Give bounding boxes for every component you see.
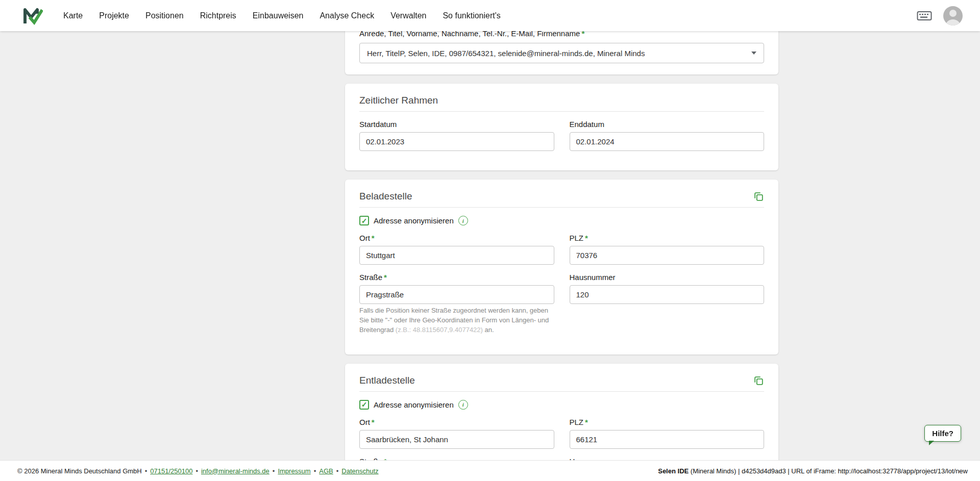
entladestelle-card-title: Entladestelle (359, 375, 415, 386)
timeframe-card: Zeitlicher Rahmen Startdatum Enddatum (345, 84, 778, 170)
nav-item-positionen[interactable]: Positionen (145, 11, 184, 20)
page-background: Anrede, Titel, Vorname, Nachname, Tel.-N… (0, 31, 980, 460)
plz-label: PLZ* (570, 418, 765, 426)
nav-item-so-funktionierts[interactable]: So funktioniert's (443, 11, 500, 20)
startdatum-input[interactable] (359, 132, 554, 151)
footer-session-info: Selen IDE (Mineral Minds) | d4253d4d9ad3… (658, 467, 968, 475)
required-mark: * (384, 273, 387, 282)
nav-item-einbauweisen[interactable]: Einbauweisen (253, 11, 304, 20)
footer-email-link[interactable]: info@mineral-minds.de (201, 467, 270, 475)
ort-field-group: Ort* (359, 418, 554, 449)
hausnummer-label: Hausnummer (570, 273, 765, 282)
strasse-helper-text: Falls die Position keiner Straße zugeord… (359, 306, 554, 335)
nav-item-projekte[interactable]: Projekte (99, 11, 129, 20)
footer-separator: • (314, 467, 316, 475)
ort-label-text: Ort (359, 234, 370, 242)
contact-label-text: Anrede, Titel, Vorname, Nachname, Tel.-N… (359, 31, 580, 38)
plz-field-group: PLZ* (570, 418, 765, 449)
anonymize-row: ✓ Adresse anonymisieren i (359, 216, 764, 225)
anonymize-checkbox[interactable]: ✓ (359, 216, 369, 225)
divider (359, 207, 764, 208)
contact-select-value: Herr, TitelP, Selen, IDE, 0987/654321, s… (367, 49, 645, 58)
divider (359, 111, 764, 112)
timeframe-card-title: Zeitlicher Rahmen (359, 95, 764, 106)
entladestelle-ort-input[interactable] (359, 430, 554, 449)
plz-label-text: PLZ (570, 418, 584, 426)
beladestelle-plz-input[interactable] (570, 246, 765, 265)
person-icon (943, 6, 963, 26)
copy-icon[interactable] (753, 191, 764, 202)
enddatum-input[interactable] (570, 132, 765, 151)
anonymize-label: Adresse anonymisieren (374, 216, 454, 225)
chevron-down-icon (751, 52, 756, 55)
footer: © 2026 Mineral Minds Deutschland GmbH • … (0, 460, 980, 481)
beladestelle-strasse-input[interactable] (359, 285, 554, 304)
keyboard-icon[interactable] (917, 10, 932, 21)
entladestelle-card: Entladestelle ✓ Adresse anonymisieren i … (345, 364, 778, 460)
required-mark: * (372, 418, 375, 426)
contact-card: Anrede, Titel, Vorname, Nachname, Tel.-N… (345, 31, 778, 74)
required-mark: * (585, 418, 588, 426)
form-column: Anrede, Titel, Vorname, Nachname, Tel.-N… (345, 31, 778, 460)
anonymize-checkbox[interactable]: ✓ (359, 400, 369, 410)
beladestelle-card-title: Beladestelle (359, 191, 412, 202)
entladestelle-plz-input[interactable] (570, 430, 765, 449)
footer-agb-link[interactable]: AGB (319, 467, 333, 475)
required-mark: * (372, 234, 375, 242)
user-avatar[interactable] (943, 6, 963, 26)
anonymize-row: ✓ Adresse anonymisieren i (359, 400, 764, 410)
footer-copyright: © 2026 Mineral Minds Deutschland GmbH (17, 467, 142, 475)
mineral-minds-logo[interactable] (22, 6, 43, 26)
plz-label-text: PLZ (570, 234, 584, 242)
hausnummer-field-group: Hausnummer (570, 273, 765, 335)
plz-label: PLZ* (570, 234, 765, 242)
strasse-field-group: Straße* Falls die Position keiner Straße… (359, 273, 554, 335)
footer-separator: • (145, 467, 148, 475)
nav-item-analyse-check[interactable]: Analyse Check (320, 11, 374, 20)
footer-left: © 2026 Mineral Minds Deutschland GmbH • … (17, 467, 379, 475)
footer-user-name: Selen IDE (658, 467, 689, 475)
footer-phone-link[interactable]: 07151/250100 (150, 467, 192, 475)
ort-label: Ort* (359, 418, 554, 426)
top-navbar: Karte Projekte Positionen Richtpreis Ein… (0, 0, 980, 31)
help-button[interactable]: Hilfe? (924, 425, 961, 442)
ort-field-group: Ort* (359, 234, 554, 265)
footer-datenschutz-link[interactable]: Datenschutz (341, 467, 378, 475)
strasse-label-text: Straße (359, 273, 382, 282)
navbar-right (917, 6, 963, 26)
info-icon[interactable]: i (458, 400, 468, 410)
page: { "navbar": { "items": ["Karte", "Projek… (0, 0, 980, 481)
startdatum-label: Startdatum (359, 120, 554, 129)
divider (359, 391, 764, 392)
ort-label-text: Ort (359, 418, 370, 426)
beladestelle-card: Beladestelle ✓ Adresse anonymisieren i O… (345, 180, 778, 355)
footer-session-details: (Mineral Minds) | d4253d4d9ad3 | URL of … (689, 467, 968, 475)
helper-example: (z.B.: 48.8115607,9.4077422) (396, 326, 483, 334)
helper-suffix: an. (485, 326, 494, 334)
required-mark: * (581, 31, 584, 38)
info-icon[interactable]: i (458, 216, 468, 225)
contact-select[interactable]: Herr, TitelP, Selen, IDE, 0987/654321, s… (359, 43, 764, 63)
required-mark: * (585, 234, 588, 242)
startdatum-field-group: Startdatum (359, 120, 554, 151)
copy-icon[interactable] (753, 375, 764, 386)
nav-item-richtpreis[interactable]: Richtpreis (200, 11, 236, 20)
nav-item-karte[interactable]: Karte (63, 11, 83, 20)
enddatum-label: Enddatum (570, 120, 765, 129)
main-navigation: Karte Projekte Positionen Richtpreis Ein… (63, 11, 501, 20)
footer-separator: • (273, 467, 275, 475)
logo-icon (22, 6, 43, 26)
contact-label: Anrede, Titel, Vorname, Nachname, Tel.-N… (359, 31, 764, 38)
ort-label: Ort* (359, 234, 554, 242)
enddatum-field-group: Enddatum (570, 120, 765, 151)
footer-separator: • (336, 467, 339, 475)
plz-field-group: PLZ* (570, 234, 765, 265)
anonymize-label: Adresse anonymisieren (374, 400, 454, 409)
strasse-label: Straße* (359, 273, 554, 282)
footer-impressum-link[interactable]: Impressum (278, 467, 310, 475)
beladestelle-hausnummer-input[interactable] (570, 285, 765, 304)
footer-separator: • (195, 467, 198, 475)
beladestelle-ort-input[interactable] (359, 246, 554, 265)
nav-item-verwalten[interactable]: Verwalten (390, 11, 426, 20)
